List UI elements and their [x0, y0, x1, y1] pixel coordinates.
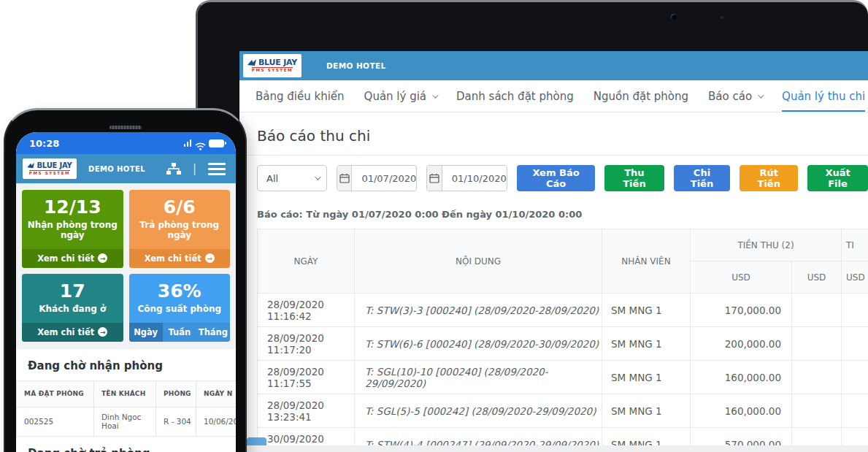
bird-icon	[247, 58, 257, 66]
logo-subtext: PMS SYSTEM	[29, 170, 70, 176]
cell-date: 28/09/2020 13:23:41	[258, 394, 355, 428]
phone-screen: 10:28 BLUE JAY PMS SYSTEM D	[16, 132, 236, 452]
card-guests: 17 Khách đang ở Xem chi tiết→	[22, 274, 123, 342]
chevron-down-icon	[758, 92, 764, 98]
tab-week[interactable]: Tuần	[163, 323, 196, 342]
col-booking-code: MÃ ĐẶT PHÒNG	[17, 380, 94, 407]
tab-month[interactable]: Tháng	[196, 323, 230, 342]
card-label: Công suất phòng	[132, 304, 228, 314]
menu-icon[interactable]	[208, 163, 226, 175]
date-from-input[interactable]: 01/07/2020	[352, 166, 416, 191]
col-guest-name: TÊN KHÁCH	[94, 380, 156, 407]
col-header-usd-2: USD	[792, 261, 842, 294]
nav-booking-source[interactable]: Nguồn đặt phòng	[594, 80, 688, 112]
arrow-right-icon: →	[205, 253, 215, 263]
phone-status-bar: 10:28	[16, 132, 236, 154]
cell-empty	[792, 361, 842, 394]
col-group-expense-partial: TI	[842, 229, 868, 261]
cell-empty	[842, 294, 868, 327]
col-header-usd-3: USD	[842, 261, 868, 294]
arrow-right-icon: →	[98, 327, 107, 337]
pending-checkin-table: MÃ ĐẶT PHÒNG TÊN KHÁCH PHÒNG NGÀY N 0025…	[16, 380, 236, 437]
phone-frame: 10:28 BLUE JAY PMS SYSTEM D	[4, 108, 247, 452]
col-header-usd-1: USD	[691, 261, 792, 294]
card-label: Khách đang ở	[25, 304, 120, 314]
table-row: 28/09/2020 11:17:55 T: SGL(10)-10 [00024…	[258, 361, 868, 394]
signal-icon	[184, 139, 192, 147]
section-title: Đang chờ trả phòng	[16, 437, 236, 452]
cell-date: 10/06/20	[196, 407, 237, 436]
logo-text: BLUE JAY	[37, 162, 72, 169]
cell-empty	[792, 394, 842, 428]
hotel-name: DEMO HOTEL	[326, 61, 386, 70]
sitemap-icon[interactable]	[166, 163, 181, 175]
view-detail-link[interactable]: Xem chi tiết→	[129, 249, 231, 268]
view-detail-link[interactable]: Xem chi tiết→	[22, 249, 123, 268]
type-select-value: All	[266, 173, 278, 184]
cell-content: T: STW(3)-3 [000240] (28/09/2020-28/09/2…	[355, 294, 602, 327]
cell-date: 28/09/2020 11:17:55	[258, 361, 355, 394]
col-header-staff: NHÂN VIÊN	[602, 229, 691, 294]
cell-empty	[842, 394, 868, 428]
cell-staff: SM MNG 1	[602, 394, 691, 428]
date-to-group: 01/10/2020	[426, 165, 507, 191]
nav-dashboard[interactable]: Bảng điều khiển	[256, 80, 345, 112]
cell-empty	[792, 294, 842, 327]
cell-date: 28/09/2020 11:17:20	[258, 327, 355, 361]
cell-usd: 200,000.00	[691, 327, 792, 361]
nav-income-expense[interactable]: Quản lý thu chi	[782, 80, 865, 112]
laptop-screen: BLUE JAY PMS SYSTEM DEMO HOTEL Bảng điều…	[239, 51, 868, 452]
card-label: Nhận phòng trong ngày	[25, 220, 120, 240]
col-room: PHÒNG	[156, 380, 196, 407]
chevron-down-icon	[432, 92, 438, 98]
date-from-group: 01/07/2020	[337, 165, 417, 191]
table-row: 28/09/2020 11:16:42 T: STW(3)-3 [000240]…	[258, 294, 868, 327]
calendar-icon[interactable]	[337, 166, 352, 191]
view-report-button[interactable]: Xem Báo Cáo	[517, 165, 596, 191]
nav-rate-management[interactable]: Quản lý giá	[364, 80, 437, 112]
bird-icon	[27, 162, 35, 169]
card-checkin: 12/13 Nhận phòng trong ngày Xem chi tiết…	[22, 190, 123, 268]
collect-money-button[interactable]: Thu Tiền	[604, 165, 664, 191]
col-header-date: NGÀY	[258, 229, 355, 294]
logo-text: BLUE JAY	[258, 58, 297, 66]
calendar-icon[interactable]	[427, 166, 442, 191]
bluejay-logo[interactable]: BLUE JAY PMS SYSTEM	[23, 158, 77, 179]
type-select[interactable]: All	[257, 165, 327, 191]
card-occupancy: 36% Công suất phòng Ngày Tuần Tháng	[129, 274, 231, 342]
cell-date: 28/09/2020 11:16:42	[258, 294, 355, 327]
bluejay-logo[interactable]: BLUE JAY PMS SYSTEM	[243, 54, 302, 77]
view-detail-link[interactable]: Xem chi tiết→	[22, 323, 123, 342]
arrow-right-icon: →	[98, 253, 107, 263]
cell-guest-name: Dinh Ngoc Hoai	[94, 407, 156, 436]
col-header-content: NỘI DUNG	[355, 229, 602, 294]
col-group-income: TIỀN THU (2)	[691, 229, 842, 261]
date-to-input[interactable]: 01/10/2020	[442, 166, 507, 191]
dashboard-cards: 12/13 Nhận phòng trong ngày Xem chi tiết…	[16, 183, 236, 342]
cell-room: R - 304	[156, 407, 196, 436]
tab-day[interactable]: Ngày	[129, 323, 163, 342]
header-divider: |	[193, 162, 196, 175]
cell-usd: 160,000.00	[691, 394, 792, 428]
cell-usd: 170,000.00	[691, 294, 792, 327]
cell-staff: SM MNG 1	[602, 294, 691, 327]
main-nav: Bảng điều khiển Quản lý giá Danh sách đặ…	[239, 80, 868, 112]
cell-empty	[842, 361, 868, 394]
nav-booking-list[interactable]: Danh sách đặt phòng	[456, 80, 574, 112]
pay-money-button[interactable]: Chi Tiền	[674, 165, 731, 191]
card-value: 12/13	[25, 197, 120, 218]
card-value: 6/6	[132, 197, 228, 218]
cell-empty	[792, 327, 842, 361]
export-file-button[interactable]: Xuất File	[807, 165, 868, 191]
card-value: 17	[25, 281, 120, 302]
table-row: 002525 Dinh Ngoc Hoai R - 304 10/06/20	[17, 407, 237, 436]
hotel-name: DEMO HOTEL	[88, 165, 145, 173]
withdraw-button[interactable]: Rút Tiền	[740, 165, 798, 191]
cell-content: T: SGL(5)-5 [000242] (28/09/2020-29/09/2…	[355, 394, 602, 428]
page-title: Báo cáo thu chi	[239, 112, 868, 156]
report-range-text: Báo cáo: Từ ngày 01/07/2020 0:00 Đến ngà…	[239, 191, 868, 220]
clock: 10:28	[29, 138, 59, 149]
nav-reports[interactable]: Báo cáo	[708, 80, 762, 112]
table-row: 28/09/2020 11:17:20 T: STW(6)-6 [000240]…	[258, 327, 868, 361]
logo-subtext: PMS SYSTEM	[252, 67, 293, 73]
